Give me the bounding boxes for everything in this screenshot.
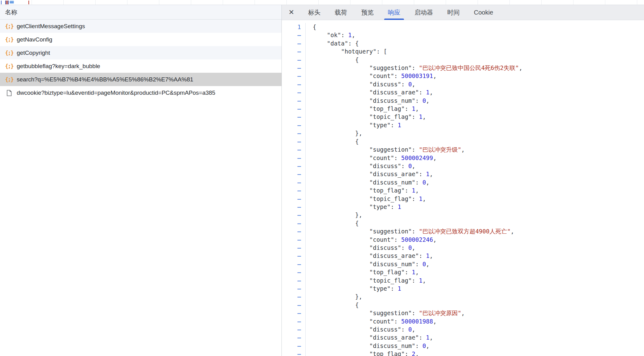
detail-tab-启动器[interactable]: 启动器 [407, 5, 440, 20]
request-block-inner [10, 2, 14, 3]
detail-tab-响应[interactable]: 响应 [381, 5, 407, 20]
detail-tab-Cookie[interactable]: Cookie [467, 5, 500, 20]
json-key: "type" [369, 122, 391, 128]
json-key: "count" [369, 72, 394, 79]
request-row[interactable]: {;} search?q=%E5%B7%B4%E4%BB%A5%E5%86%B2… [0, 73, 281, 86]
json-number-value: 1 [426, 89, 429, 96]
code-line: – "discuss": 0, [282, 80, 644, 88]
json-number-value: 1 [426, 171, 429, 177]
detail-tab-时间[interactable]: 时间 [440, 5, 467, 20]
line-gutter: – [282, 56, 306, 64]
request-row[interactable]: {;} getCopyright [0, 46, 281, 59]
line-gutter: – [282, 268, 306, 276]
json-key: "type" [369, 285, 391, 292]
json-number-value: 1 [398, 203, 401, 210]
line-gutter: – [282, 219, 306, 227]
code-line: – "discuss_arae": 1, [282, 252, 644, 260]
code-line: – "discuss_num": 0, [282, 178, 644, 186]
code-line: – { [282, 137, 644, 145]
json-key: "suggestion" [369, 310, 412, 316]
line-content: "count": 500001988, [306, 317, 436, 325]
code-line: – "top_flag": 1, [282, 105, 644, 113]
code-line: – "count": 500002499, [282, 154, 644, 162]
line-content: { [306, 219, 359, 227]
line-content: "top_flag": 1, [306, 186, 419, 194]
line-content: { [306, 56, 359, 64]
code-line: – "discuss_num": 0, [282, 342, 644, 350]
detail-tab-载荷[interactable]: 载荷 [328, 5, 354, 20]
json-key: "type" [369, 203, 391, 210]
code-line: – { [282, 56, 644, 64]
line-content: "hotquery": [ [306, 47, 387, 55]
json-key: "topic_flag" [369, 195, 412, 202]
name-column-header: 名称 [5, 8, 17, 16]
line-content: }, [306, 129, 362, 137]
line-content: "type": 1 [306, 203, 401, 211]
json-key: "top_flag" [369, 350, 405, 356]
json-key: "data" [327, 40, 348, 47]
json-key: "top_flag" [369, 269, 405, 276]
line-gutter: – [282, 39, 306, 47]
request-row[interactable]: dwcookie?biztype=lu&eventid=pageMonitor&… [0, 86, 281, 99]
line-content: { [306, 137, 359, 145]
code-line: – }, [282, 293, 644, 301]
line-gutter: – [282, 47, 306, 55]
line-gutter: – [282, 284, 306, 293]
json-key: "discuss_arae" [369, 252, 419, 259]
close-icon[interactable]: ✕ [282, 5, 301, 20]
request-row[interactable]: {;} getClientMessageSettings [0, 20, 281, 33]
line-content: "discuss_arae": 1, [306, 88, 433, 96]
line-content: "topic_flag": 1, [306, 195, 426, 203]
line-gutter: – [282, 72, 306, 80]
json-number-value: 0 [408, 326, 412, 333]
json-number-value: 500002246 [401, 236, 433, 243]
line-gutter: – [282, 236, 306, 244]
code-line: – "hotquery": [ [282, 47, 644, 55]
request-list-header[interactable]: 名称 [0, 5, 281, 20]
json-key: "discuss_num" [369, 97, 415, 104]
response-editor[interactable]: 1 { – "ok": 1, – "data": { – "hotquery":… [282, 20, 644, 356]
network-overview-timeline[interactable] [0, 0, 644, 5]
json-key: "suggestion" [369, 228, 412, 235]
json-number-value: 1 [398, 285, 401, 292]
line-content: "discuss": 0, [306, 162, 415, 170]
activity-bar [6, 1, 7, 4]
tab-label: 时间 [447, 8, 460, 17]
line-gutter: – [282, 260, 306, 268]
json-key: "discuss" [369, 163, 401, 169]
line-content: "topic_flag": 1, [306, 276, 426, 284]
code-line: – "discuss_arae": 1, [282, 170, 644, 178]
line-gutter: – [282, 170, 306, 178]
request-row[interactable]: {;} getNavConfig [0, 33, 281, 46]
document-icon [5, 89, 13, 96]
line-gutter: – [282, 317, 306, 325]
line-gutter: – [282, 276, 306, 284]
json-string-value: "巴以冲突已致中国公民4死6伤2失联" [419, 64, 519, 71]
code-line: – "type": 1 [282, 121, 644, 129]
json-key: "discuss_num" [369, 261, 415, 267]
line-gutter: – [282, 154, 306, 162]
json-number-value: 1 [426, 252, 429, 259]
line-content: "data": { [306, 39, 359, 47]
request-name: getbubbleflag?key=dark_bubble [17, 63, 100, 70]
line-gutter: – [282, 203, 306, 211]
code-line: – "top_flag": 1, [282, 186, 644, 194]
line-content: "top_flag": 1, [306, 105, 419, 113]
line-gutter: – [282, 211, 306, 219]
json-number-value: 0 [408, 244, 412, 251]
json-key: "discuss_num" [369, 179, 415, 186]
json-number-value: 1 [412, 187, 415, 194]
detail-tab-标头[interactable]: 标头 [301, 5, 328, 20]
json-number-value: 500001988 [401, 318, 433, 325]
activity-bar [8, 1, 9, 4]
detail-tab-预览[interactable]: 预览 [354, 5, 381, 20]
activity-bar [1, 1, 2, 4]
code-line: – "topic_flag": 1, [282, 195, 644, 203]
code-line: – "suggestion": "巴以冲突升级", [282, 145, 644, 154]
tab-label: 预览 [361, 8, 374, 17]
json-braces-icon: {;} [5, 50, 13, 56]
request-row[interactable]: {;} getbubbleflag?key=dark_bubble [0, 59, 281, 73]
line-gutter: – [282, 325, 306, 333]
json-string-value: "巴以冲突升级" [419, 146, 461, 153]
json-number-value: 1 [398, 122, 401, 128]
